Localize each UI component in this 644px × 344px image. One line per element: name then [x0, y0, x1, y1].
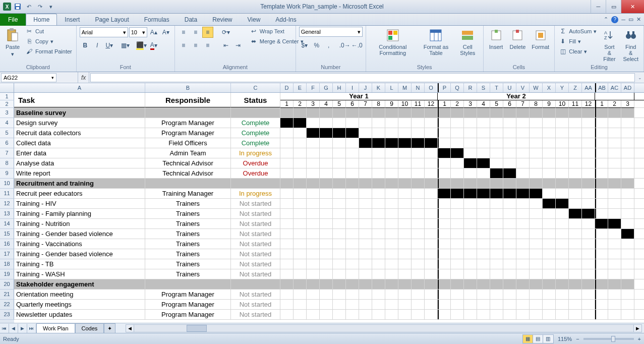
- row-header[interactable]: 18: [0, 259, 14, 269]
- clear-button[interactable]: ◫Clear ▾: [558, 47, 598, 56]
- shrink-font-button[interactable]: A▾: [160, 27, 171, 38]
- align-bottom-button[interactable]: ≡: [202, 27, 213, 38]
- prev-sheet-button[interactable]: ◀: [9, 324, 18, 333]
- format-as-table-button[interactable]: Format as Table: [419, 27, 453, 57]
- col-header[interactable]: B: [145, 83, 231, 92]
- last-sheet-button[interactable]: ⏭: [27, 324, 36, 333]
- col-header[interactable]: R: [464, 83, 477, 92]
- col-header[interactable]: Y: [556, 83, 569, 92]
- col-header[interactable]: AD: [621, 83, 634, 92]
- scroll-thumb[interactable]: [187, 325, 207, 332]
- col-header[interactable]: U: [503, 83, 516, 92]
- col-header[interactable]: P: [438, 83, 451, 92]
- sort-filter-button[interactable]: AZSort & Filter: [600, 27, 619, 63]
- copy-button[interactable]: ⎘Copy ▾: [24, 37, 73, 46]
- find-select-button[interactable]: Find & Select: [621, 27, 640, 63]
- next-sheet-button[interactable]: ▶: [18, 324, 27, 333]
- row-header[interactable]: 8: [0, 158, 14, 168]
- first-sheet-button[interactable]: ⏮: [0, 324, 9, 333]
- col-header[interactable]: AB: [595, 83, 608, 92]
- row-header[interactable]: 22: [0, 300, 14, 310]
- workbook-restore-icon[interactable]: ▭: [628, 16, 633, 23]
- fx-button[interactable]: fx: [78, 72, 89, 83]
- zoom-out-button[interactable]: −: [576, 336, 579, 342]
- font-color-button[interactable]: A▾: [148, 40, 159, 51]
- col-header[interactable]: H: [333, 83, 346, 92]
- increase-decimal-button[interactable]: .0→: [339, 40, 350, 51]
- col-header[interactable]: AA: [582, 83, 595, 92]
- workbook-min-icon[interactable]: ─: [621, 17, 625, 23]
- col-header[interactable]: Z: [569, 83, 582, 92]
- row-header[interactable]: 9: [0, 168, 14, 179]
- format-cells-button[interactable]: Format: [530, 27, 551, 51]
- align-left-button[interactable]: ≡: [178, 40, 189, 51]
- col-header[interactable]: D: [280, 83, 294, 92]
- tab-view[interactable]: View: [240, 14, 268, 25]
- tab-home[interactable]: Home: [26, 14, 57, 25]
- col-header[interactable]: O: [425, 83, 438, 92]
- col-header[interactable]: T: [490, 83, 503, 92]
- formula-input[interactable]: [90, 73, 635, 82]
- decrease-decimal-button[interactable]: ←.0: [352, 40, 363, 51]
- help-icon[interactable]: ?: [611, 16, 618, 23]
- row-header[interactable]: 3: [0, 108, 14, 118]
- row-header[interactable]: 19: [0, 269, 14, 279]
- accounting-button[interactable]: $▾: [299, 40, 310, 51]
- grow-font-button[interactable]: A▴: [148, 27, 159, 38]
- cell-styles-button[interactable]: Cell Styles: [455, 27, 480, 57]
- page-layout-view-button[interactable]: ▤: [533, 335, 543, 343]
- row-header[interactable]: 20: [0, 279, 14, 290]
- tab-review[interactable]: Review: [205, 14, 240, 25]
- italic-button[interactable]: I: [92, 40, 103, 51]
- maximize-button[interactable]: ▭: [606, 0, 621, 13]
- col-header[interactable]: M: [398, 83, 412, 92]
- col-header[interactable]: G: [320, 83, 333, 92]
- fill-button[interactable]: ⬇Fill ▾: [558, 37, 598, 46]
- scroll-left-button[interactable]: ◀: [126, 325, 134, 332]
- col-header[interactable]: A: [14, 83, 145, 92]
- row-header[interactable]: 14: [0, 219, 14, 229]
- col-header[interactable]: X: [543, 83, 556, 92]
- col-header[interactable]: V: [516, 83, 530, 92]
- col-header[interactable]: W: [530, 83, 543, 92]
- fill-color-button[interactable]: ⬛▾: [136, 40, 147, 51]
- cells-area[interactable]: Task Responsible Status Year 1 Year 2 12…: [14, 93, 644, 323]
- minimize-button[interactable]: ─: [591, 0, 606, 13]
- col-header[interactable]: S: [477, 83, 490, 92]
- scroll-right-button[interactable]: ▶: [633, 325, 641, 332]
- tab-formulas[interactable]: Formulas: [137, 14, 177, 25]
- zoom-slider[interactable]: [583, 338, 634, 340]
- row-header[interactable]: 15: [0, 229, 14, 239]
- delete-cells-button[interactable]: Delete: [508, 27, 528, 51]
- comma-button[interactable]: ,: [323, 40, 334, 51]
- paste-button[interactable]: Paste▾: [3, 27, 22, 59]
- col-header[interactable]: F: [307, 83, 320, 92]
- tab-add-ins[interactable]: Add-Ins: [268, 14, 304, 25]
- expand-formula-icon[interactable]: ⌄: [636, 75, 644, 80]
- increase-indent-button[interactable]: ⇥: [232, 40, 244, 51]
- row-header[interactable]: 7: [0, 148, 14, 158]
- horizontal-scrollbar[interactable]: ◀ ▶: [126, 324, 642, 332]
- tab-data[interactable]: Data: [177, 14, 205, 25]
- row-header[interactable]: 13: [0, 209, 14, 219]
- minimize-ribbon-icon[interactable]: ⌃: [604, 16, 608, 23]
- new-sheet-button[interactable]: ✦: [104, 323, 115, 333]
- row-header[interactable]: 12: [0, 199, 14, 209]
- col-header[interactable]: E: [294, 83, 307, 92]
- row-header[interactable]: 21: [0, 290, 14, 300]
- row-header[interactable]: 1: [0, 93, 14, 100]
- row-header[interactable]: 10: [0, 179, 14, 189]
- row-header[interactable]: 17: [0, 249, 14, 259]
- col-header[interactable]: K: [372, 83, 385, 92]
- decrease-indent-button[interactable]: ⇤: [220, 40, 231, 51]
- save-button[interactable]: [13, 2, 22, 11]
- undo-button[interactable]: ↶: [24, 2, 33, 11]
- tab-insert[interactable]: Insert: [57, 14, 87, 25]
- align-middle-button[interactable]: ≡: [190, 27, 201, 38]
- align-right-button[interactable]: ≡: [202, 40, 213, 51]
- bold-button[interactable]: B: [80, 40, 91, 51]
- select-all-corner[interactable]: [0, 83, 14, 92]
- autosum-button[interactable]: ΣAutoSum ▾: [558, 27, 598, 36]
- col-header[interactable]: I: [346, 83, 359, 92]
- col-header[interactable]: L: [385, 83, 398, 92]
